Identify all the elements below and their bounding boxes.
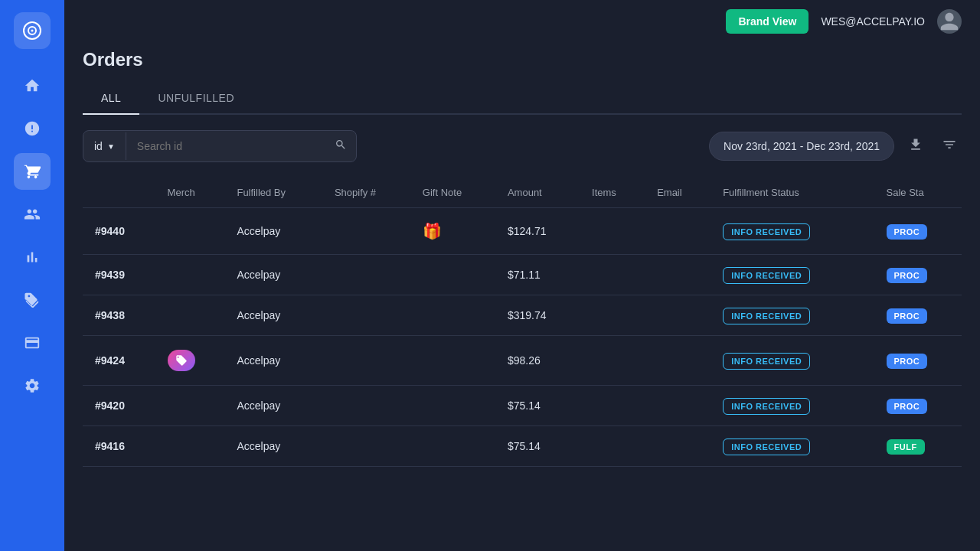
page-content: Orders ALL UNFULFILLED id ▼ Nov 23rd, 20…	[64, 43, 980, 551]
tab-all[interactable]: ALL	[83, 83, 139, 115]
fulfillment-status-badge: INFO RECEIVED	[723, 353, 810, 370]
search-type-label: id	[94, 140, 103, 152]
sidebar-item-orders[interactable]	[14, 153, 51, 190]
col-header-fulfilled-by: Fulfilled By	[224, 178, 322, 208]
date-range-button[interactable]: Nov 23rd, 2021 - Dec 23rd, 2021	[709, 132, 894, 161]
fulfillment-status-cell: INFO RECEIVED	[710, 255, 874, 295]
merch-cell	[155, 426, 225, 467]
shopify-num-cell	[322, 336, 410, 386]
main-content: Brand View WES@ACCELPAY.IO Orders ALL UN…	[64, 0, 980, 551]
amount-cell: $71.11	[495, 255, 580, 295]
merch-cell	[155, 208, 225, 255]
fulfilled-by-cell: Accelpay	[224, 336, 322, 386]
order-id-cell: #9420	[83, 386, 155, 426]
table-row[interactable]: #9438Accelpay$319.74INFO RECEIVEDPROC	[83, 295, 962, 336]
gift-note-cell	[410, 426, 495, 467]
order-id-cell: #9416	[83, 426, 155, 467]
fulfillment-status-badge: INFO RECEIVED	[723, 308, 810, 324]
order-id-cell: #9438	[83, 295, 155, 336]
email-cell	[645, 255, 710, 295]
sidebar-item-home[interactable]	[14, 67, 51, 104]
sidebar-item-promotions[interactable]	[14, 282, 51, 318]
fulfillment-status-cell: INFO RECEIVED	[710, 386, 874, 426]
merch-cell	[155, 386, 225, 426]
col-header-email: Email	[645, 178, 710, 208]
email-cell	[645, 386, 710, 426]
shopify-num-cell	[322, 208, 410, 255]
order-id-cell: #9424	[83, 336, 155, 386]
items-cell	[580, 426, 645, 467]
col-header-merch: Merch	[155, 178, 225, 208]
fulfillment-status-cell: INFO RECEIVED	[710, 426, 874, 467]
table-row[interactable]: #9420Accelpay$75.14INFO RECEIVEDPROC	[83, 386, 962, 426]
sidebar-item-reports[interactable]	[14, 239, 51, 276]
download-button[interactable]	[903, 132, 928, 161]
fulfilled-by-cell: Accelpay	[224, 208, 322, 255]
shopify-num-cell	[322, 386, 410, 426]
search-type-selector[interactable]: id ▼	[83, 132, 126, 160]
sale-status-badge: PROC	[887, 308, 928, 324]
shopify-num-cell	[322, 426, 410, 467]
sidebar	[0, 0, 64, 551]
orders-table-container: Merch Fulfilled By Shopify # Gift Note A…	[83, 178, 962, 467]
email-cell	[645, 208, 710, 255]
brand-view-button[interactable]: Brand View	[726, 9, 808, 34]
orders-table: Merch Fulfilled By Shopify # Gift Note A…	[83, 178, 962, 467]
user-avatar[interactable]	[937, 9, 962, 34]
app-logo	[14, 12, 51, 49]
shopify-num-cell	[322, 295, 410, 336]
sale-status-cell: PROC	[874, 255, 962, 295]
table-row[interactable]: #9416Accelpay$75.14INFO RECEIVEDFULF	[83, 426, 962, 467]
sidebar-item-settings[interactable]	[14, 367, 51, 404]
col-header-gift-note: Gift Note	[410, 178, 495, 208]
items-cell	[580, 336, 645, 386]
sidebar-item-money[interactable]	[14, 110, 51, 147]
items-cell	[580, 386, 645, 426]
sale-status-badge: PROC	[887, 224, 928, 240]
fulfillment-status-badge: INFO RECEIVED	[723, 223, 810, 240]
sale-status-cell: PROC	[874, 295, 962, 336]
order-id-cell: #9439	[83, 255, 155, 295]
user-email: WES@ACCELPAY.IO	[821, 15, 925, 28]
col-header-fulfillment-status: Fulfillment Status	[710, 178, 874, 208]
sale-status-badge: PROC	[887, 268, 928, 283]
email-cell	[645, 426, 710, 467]
sidebar-item-card[interactable]	[14, 324, 51, 361]
amount-cell: $75.14	[495, 426, 580, 467]
items-cell	[580, 295, 645, 336]
sale-status-badge: FULF	[887, 439, 925, 455]
fulfilled-by-cell: Accelpay	[224, 426, 322, 467]
page-title: Orders	[83, 43, 962, 70]
fulfillment-status-cell: INFO RECEIVED	[710, 295, 874, 336]
col-header-order-id	[83, 178, 155, 208]
col-header-shopify-num: Shopify #	[322, 178, 410, 208]
gift-note-cell	[410, 295, 495, 336]
gift-note-cell	[410, 336, 495, 386]
col-header-amount: Amount	[495, 178, 580, 208]
header: Brand View WES@ACCELPAY.IO	[64, 0, 980, 43]
search-container: id ▼	[83, 130, 357, 162]
fulfilled-by-cell: Accelpay	[224, 386, 322, 426]
fulfillment-status-badge: INFO RECEIVED	[723, 439, 810, 455]
fulfillment-status-cell: INFO RECEIVED	[710, 336, 874, 386]
chevron-down-icon: ▼	[107, 142, 115, 151]
email-cell	[645, 336, 710, 386]
sidebar-item-users[interactable]	[14, 196, 51, 233]
table-header-row: Merch Fulfilled By Shopify # Gift Note A…	[83, 178, 962, 208]
filter-button[interactable]	[937, 132, 962, 161]
fulfilled-by-cell: Accelpay	[224, 295, 322, 336]
tabs: ALL UNFULFILLED	[83, 83, 962, 115]
gift-note-cell	[410, 255, 495, 295]
table-row[interactable]: #9440Accelpay🎁$124.71INFO RECEIVEDPROC	[83, 208, 962, 255]
sale-status-badge: PROC	[887, 354, 928, 369]
fulfillment-status-badge: INFO RECEIVED	[723, 398, 810, 415]
col-header-items: Items	[580, 178, 645, 208]
table-row[interactable]: #9424 Accelpay$98.26INFO RECEIVEDPROC	[83, 336, 962, 386]
table-row[interactable]: #9439Accelpay$71.11INFO RECEIVEDPROC	[83, 255, 962, 295]
order-id-cell: #9440	[83, 208, 155, 255]
tab-unfulfilled[interactable]: UNFULFILLED	[139, 83, 253, 115]
search-input[interactable]	[126, 132, 325, 160]
amount-cell: $319.74	[495, 295, 580, 336]
col-header-sale-status: Sale Sta	[874, 178, 962, 208]
fulfillment-status-badge: INFO RECEIVED	[723, 267, 810, 284]
